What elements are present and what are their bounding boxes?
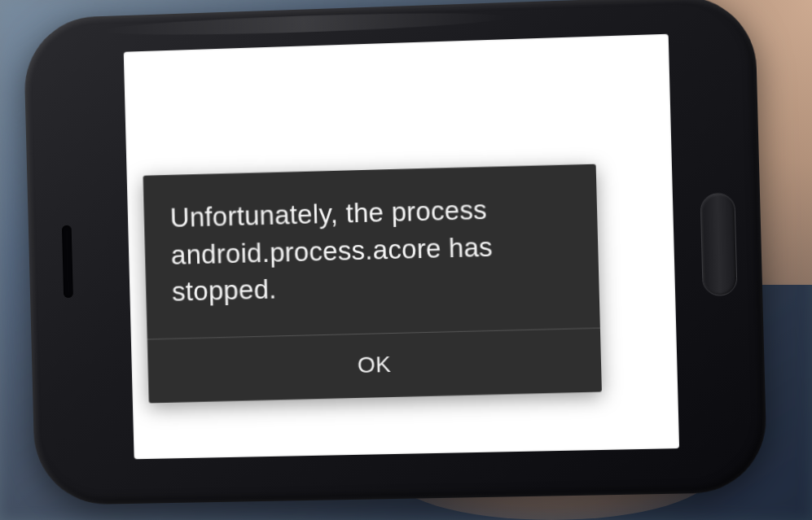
phone-speaker bbox=[62, 225, 73, 297]
error-dialog: Unfortunately, the process android.proce… bbox=[143, 164, 602, 403]
home-button[interactable] bbox=[700, 192, 737, 295]
ok-button[interactable]: OK bbox=[147, 328, 602, 403]
phone-highlight bbox=[103, 9, 507, 39]
phone-body: Unfortunately, the process android.proce… bbox=[23, 0, 767, 505]
phone-device: Unfortunately, the process android.proce… bbox=[23, 0, 767, 505]
dialog-message: Unfortunately, the process android.proce… bbox=[143, 164, 600, 339]
phone-screen: Unfortunately, the process android.proce… bbox=[124, 34, 679, 460]
